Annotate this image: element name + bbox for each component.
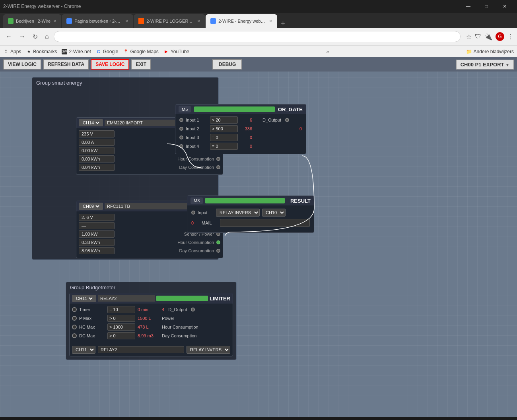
menu-icon[interactable]: ⋮ [507, 33, 514, 41]
maps-icon: 📍 [123, 49, 128, 54]
app-toolbar: VIEW LOGIC REFRESH DATA SAVE LOGIC EXIT … [0, 57, 517, 72]
home-button[interactable]: ⌂ [43, 31, 51, 42]
tab-close-icon[interactable]: ✕ [53, 19, 56, 24]
rfc-hour-dot [216, 240, 220, 244]
budget-hcmax-row: HC Max 478 L Hour Consumption [72, 323, 230, 331]
tab-title: Pagina bewerken ‹ 2-Wi… [74, 19, 122, 23]
budget-timer-row: Timer 0 min 4 D_Output [72, 306, 230, 313]
bookmark-apps[interactable]: ⠿ Apps [3, 49, 21, 54]
relay1-mail-input[interactable] [220, 219, 310, 227]
budget-pmax-right: Power [162, 316, 174, 321]
budget-hcmax-radio[interactable] [72, 325, 77, 329]
rfc-field-day: Day Consumption [79, 247, 220, 254]
gate-input1-field[interactable] [210, 116, 238, 124]
gate-row-1: Input 1 6 D_Output [179, 116, 302, 124]
reload-button[interactable]: ↻ [30, 31, 40, 42]
tab-close-icon[interactable]: ✕ [269, 19, 272, 24]
relay1-mail-label: MAIL [202, 221, 218, 225]
star-icon: ★ [26, 49, 31, 54]
budget-channel[interactable]: CH11 [72, 295, 96, 302]
rfc-power-input[interactable] [79, 230, 115, 238]
gate-input2-label: Input 2 [186, 126, 208, 131]
bookmark-maps[interactable]: 📍 Google Maps [123, 49, 158, 54]
orgate-title: OR_GATE [278, 106, 303, 112]
emm-channel-select[interactable]: CH14 [81, 120, 101, 126]
budget-timer-input[interactable] [107, 306, 135, 313]
tab-favicon [210, 18, 216, 24]
rfc-channel[interactable]: CH09 [79, 203, 103, 210]
budget-dcmax-radio[interactable] [72, 333, 77, 338]
tab-close-icon[interactable]: ✕ [125, 19, 128, 24]
bookmark-google[interactable]: G Google [96, 49, 119, 54]
gate-input4-field[interactable] [210, 143, 238, 150]
budget-timer-radio[interactable] [72, 307, 77, 312]
bookmark-bookmarks[interactable]: ★ Bookmarks [26, 49, 57, 54]
bookmark-2wire[interactable]: 2W 2-Wire.net [62, 49, 91, 54]
budget-body: Timer 0 min 4 D_Output P Max 1500 L Powe… [70, 304, 233, 343]
budget-footer-channel-select[interactable]: CH11 [72, 346, 95, 354]
budget-pmax-label: P Max [79, 316, 105, 321]
save-logic-button[interactable]: SAVE LOGIC [91, 59, 129, 70]
tab-energy-active[interactable]: 2-WIRE - Energy webser… ✕ [206, 14, 277, 28]
rfc-vbatt-input[interactable] [79, 214, 115, 221]
tab-pagina[interactable]: Pagina bewerken ‹ 2-Wi… ✕ [62, 14, 133, 28]
close-button[interactable]: ✕ [496, 0, 514, 13]
exit-button[interactable]: EXIT [131, 59, 151, 70]
new-tab-button[interactable]: + [278, 19, 288, 28]
emm-current-input[interactable] [79, 139, 115, 146]
rfc-sensor-input[interactable] [79, 222, 115, 229]
orgate-body: Input 1 6 D_Output Input 2 336 0 Input 3… [175, 114, 306, 154]
gate-input4-value: 0 [240, 144, 252, 149]
extensions-icon[interactable]: 🔌 [484, 33, 492, 41]
more-bookmarks[interactable]: » [326, 49, 329, 54]
orgate-name-bar [194, 106, 275, 112]
emm-voltage-input[interactable] [79, 130, 115, 137]
debug-button[interactable]: DEBUG [212, 59, 242, 70]
rfc-hour-input[interactable] [79, 239, 115, 246]
relay1-channel-select[interactable]: CH10 [262, 209, 286, 217]
budget-hcmax-input[interactable] [107, 323, 135, 331]
tab-logger[interactable]: 2-WIRE P1 LOGGER v19… ✕ [134, 14, 205, 28]
emm-hour-input[interactable] [79, 155, 115, 163]
rfc-channel-select[interactable]: CH09 [81, 203, 101, 209]
bookmark-icon[interactable]: ☆ [466, 33, 472, 41]
bookmark-youtube[interactable]: ▶ YouTube [163, 49, 189, 54]
budget-pmax-radio[interactable] [72, 316, 77, 321]
budget-hcmax-value: 478 L [138, 325, 159, 329]
emm-power-input[interactable] [79, 147, 115, 154]
view-logic-button[interactable]: VIEW LOGIC [3, 59, 41, 70]
budget-footer-relay-select[interactable]: RELAY INVERS [187, 346, 230, 354]
account-icon[interactable]: G [496, 32, 504, 41]
refresh-data-button[interactable]: REFRESH DATA [43, 59, 89, 70]
forward-button[interactable]: → [17, 31, 28, 42]
budget-dcmax-input[interactable] [107, 332, 135, 339]
gate-input1-value: 6 [240, 118, 252, 122]
budget-hcmax-label: HC Max [79, 325, 105, 329]
budget-timer-value: 0 min [138, 307, 159, 312]
rfc-node-name: RFC111 TB [105, 203, 197, 209]
tab-bedrijven[interactable]: Bedrijven | 2-Wire ✕ [3, 14, 61, 28]
maximize-button[interactable]: □ [477, 0, 496, 13]
minimize-button[interactable]: — [459, 0, 477, 13]
back-button[interactable]: ← [3, 31, 14, 42]
budget-timer-dot [191, 308, 195, 312]
budget-footer-name: RELAY2 [98, 346, 184, 353]
relay1-relay-select[interactable]: RELAY INVERS [216, 209, 260, 217]
budget-pmax-input[interactable] [107, 315, 135, 322]
address-bar[interactable] [54, 31, 461, 42]
rfc-day-input[interactable] [79, 247, 115, 254]
maps-label: Google Maps [130, 49, 158, 54]
budget-pmax-row: P Max 1500 L Power [72, 315, 230, 322]
budget-channel-select[interactable]: CH11 [74, 296, 94, 301]
shield-icon[interactable]: 🛡 [475, 33, 481, 40]
rfc-day-dot [216, 249, 220, 253]
emm-channel[interactable]: CH14 [79, 119, 103, 126]
emm-day-input[interactable] [79, 164, 115, 171]
tab-close-icon[interactable]: ✕ [197, 19, 200, 24]
bookmark-folder[interactable]: 📁 Andere bladwijzers [466, 49, 514, 54]
export-dropdown[interactable]: ▼ [505, 63, 509, 67]
group-smart-title: Group smart energy [32, 77, 218, 88]
gate-input3-field[interactable] [210, 134, 238, 141]
window-title-bar: 2-WIRE Energy webserver - Chrome — □ ✕ [0, 0, 517, 13]
gate-input2-field[interactable] [210, 125, 238, 132]
